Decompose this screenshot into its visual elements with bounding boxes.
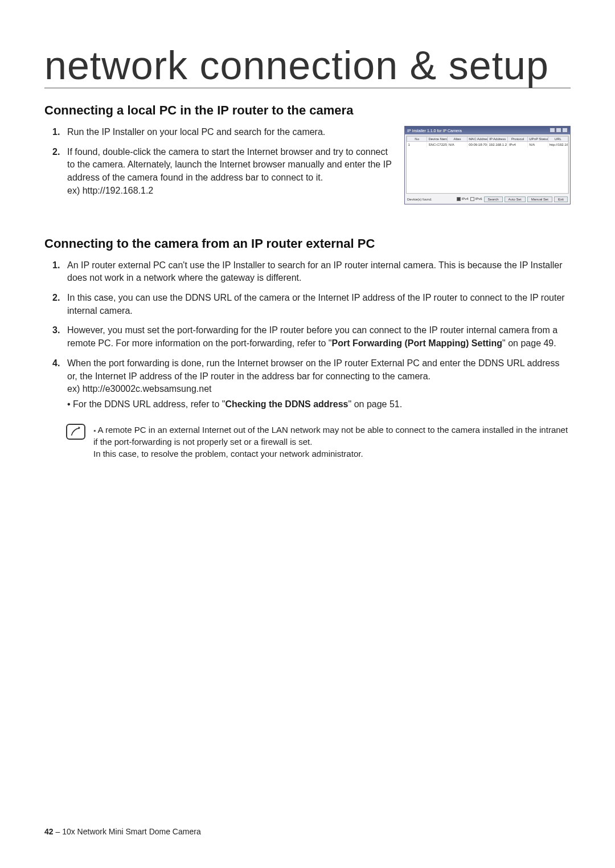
col-header: Protocol: [507, 137, 527, 142]
sub-bullet: For the DDNS URL address, refer to "Chec…: [67, 398, 571, 411]
ip-installer-screenshot: IP Installer 1.1.0 for IP Camera No Devi…: [404, 126, 571, 204]
cell: http://192.168.1.websamsung…: [548, 142, 568, 148]
maximize-icon: [556, 128, 561, 133]
devices-found-label: Device(s) found.: [407, 198, 432, 201]
col-header: Device Name: [427, 137, 447, 142]
cell: IPv4: [507, 142, 527, 148]
page-footer: 42 – 10x Network Mini Smart Dome Camera: [44, 827, 201, 836]
item-number: 4.: [52, 357, 60, 370]
table-row: 1 SNC-C7225 N/A 00:09:18:70:00:0F:84 192…: [407, 142, 568, 148]
ipv4-option: IPv4: [457, 197, 469, 201]
item-text: When the port forwarding is done, run th…: [67, 358, 559, 381]
note-icon: [66, 424, 85, 440]
cell: 192.168.1.2: [487, 142, 507, 148]
list-item: 3. However, you must set the port-forwar…: [67, 324, 571, 350]
cell: 00:09:18:70:00:0F:84: [468, 142, 487, 148]
table-row: [407, 153, 568, 159]
cell: N/A: [447, 142, 467, 148]
table-row: [407, 159, 568, 165]
list-item: 4. When the port forwarding is done, run…: [67, 357, 571, 411]
footer-sep: –: [54, 827, 63, 836]
exit-button: Exit: [554, 196, 568, 202]
item-text: Run the IP Installer on your local PC an…: [67, 127, 325, 137]
item-text: An IP router external PC can't use the I…: [67, 260, 563, 283]
list-item: 2. If found, double-click the camera to …: [67, 146, 393, 198]
ip-installer-grid: No Device Name Alias MAC Address IP Addr…: [406, 136, 569, 194]
cross-ref: Checking the DDNS address: [225, 399, 348, 409]
item-text: " on page 49.: [502, 338, 556, 348]
chapter-title: network connection & setup: [44, 46, 571, 88]
window-controls: [549, 128, 568, 133]
col-header: UPnP Status: [528, 137, 548, 142]
item-example: ex) http://e30002c.websamsung.net: [67, 384, 212, 394]
page-number: 42: [44, 827, 54, 836]
section2-list: 1. An IP router external PC can't use th…: [44, 259, 571, 411]
table-row: [407, 182, 568, 187]
table-row: [407, 170, 568, 176]
list-item: 1. Run the IP Installer on your local PC…: [67, 126, 393, 139]
col-header: No: [407, 137, 427, 142]
list-item: 1. An IP router external PC can't use th…: [67, 259, 571, 285]
item-number: 2.: [52, 292, 60, 305]
item-text: In this case, you can use the DDNS URL o…: [67, 293, 565, 316]
col-header: IP Address: [487, 137, 507, 142]
note-block: A remote PC in an external Internet out …: [44, 424, 571, 460]
ip-installer-bottom-bar: Device(s) found. IPv4 IPv6 Search Auto S…: [405, 195, 570, 204]
col-header: MAC Address: [468, 137, 487, 142]
minimize-icon: [550, 128, 555, 133]
section1-list: 1. Run the IP Installer on your local PC…: [44, 126, 393, 198]
item-number: 2.: [52, 146, 60, 159]
col-header: URL: [548, 137, 568, 142]
item-text: For the DDNS URL address, refer to ": [73, 399, 225, 409]
ip-installer-titlebar: IP Installer 1.1.0 for IP Camera: [405, 126, 570, 134]
list-item: 2. In this case, you can use the DDNS UR…: [67, 292, 571, 317]
item-number: 3.: [52, 324, 60, 337]
item-text: If found, double-click the camera to sta…: [67, 147, 392, 182]
item-number: 1.: [52, 259, 60, 272]
note-line: In this case, to resolve the problem, co…: [93, 448, 571, 460]
close-icon: [562, 128, 568, 133]
table-row: [407, 165, 568, 170]
item-text: " on page 51.: [348, 399, 403, 409]
cell: 1: [407, 142, 427, 148]
cross-ref: Port Forwarding (Port Mapping) Setting: [332, 338, 503, 348]
ip-installer-title-text: IP Installer 1.1.0 for IP Camera: [407, 129, 462, 133]
col-header: Alias: [447, 137, 467, 142]
cell: N/A: [528, 142, 548, 148]
checkbox-icon: [457, 197, 461, 201]
note-text: A remote PC in an external Internet out …: [93, 424, 571, 460]
product-name: 10x Network Mini Smart Dome Camera: [62, 827, 201, 836]
search-button: Search: [484, 196, 503, 202]
autoset-button: Auto Set: [505, 196, 526, 202]
section1-heading: Connecting a local PC in the IP router t…: [44, 103, 571, 118]
table-row: [407, 148, 568, 153]
table-row: [407, 176, 568, 182]
table-row: [407, 187, 568, 193]
item-number: 1.: [52, 126, 60, 139]
item-example: ex) http://192.168.1.2: [67, 186, 153, 195]
ipv6-option: IPv6: [470, 197, 482, 201]
note-line: A remote PC in an external Internet out …: [93, 424, 571, 448]
checkbox-icon: [470, 197, 474, 201]
manualset-button: Manual Set: [527, 196, 552, 202]
section2-heading: Connecting to the camera from an IP rout…: [44, 236, 571, 251]
cell: SNC-C7225: [427, 142, 447, 148]
